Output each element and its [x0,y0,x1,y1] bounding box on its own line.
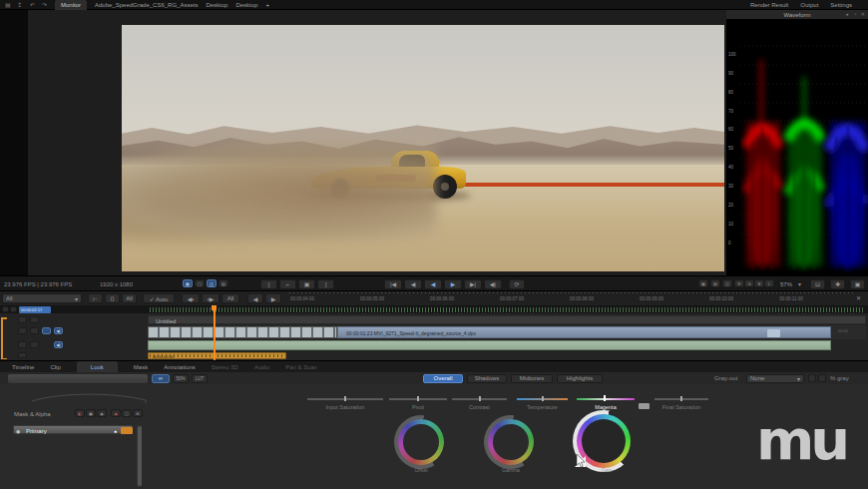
gamma-wheel[interactable] [484,415,538,469]
scope-dock-icon[interactable]: ▫ [854,12,856,17]
track4-icon[interactable] [18,352,27,358]
current-timecode-box[interactable]: 00:00:02:17 [19,306,51,313]
track3-visibility-icon[interactable] [18,341,27,348]
export-icon[interactable]: ↥ [17,2,22,8]
audio-mute-button[interactable]: ◀) [484,279,502,289]
range-tab-highlights[interactable]: Highlights [557,374,603,383]
track2-clock-icon[interactable] [42,327,51,334]
channel-r-button[interactable]: R [734,279,744,287]
step-back-button[interactable]: ◀ [404,279,422,289]
track2-folder-icon[interactable] [30,327,39,334]
tab-desktop-2[interactable]: Desktop [235,2,257,8]
grade-clip[interactable]: 00:00:00:00 [148,352,286,359]
fit-view-button[interactable]: ⊡ [810,279,825,289]
view-single-button[interactable]: ◯ [195,279,205,287]
ruler-close-icon[interactable]: ✕ [856,295,861,301]
fullscreen-button[interactable]: ▣ [850,279,865,289]
mark-frame-button[interactable]: ▣ [298,279,315,289]
layer-eye-icon[interactable]: ◉ [16,428,20,434]
mask-tool-3[interactable]: ◉ [97,409,107,417]
open-icon[interactable]: ▤ [5,2,11,8]
add-tab-button[interactable]: + [265,2,269,8]
track2-visibility-icon[interactable] [18,327,27,334]
layers-scrollbar-thumb[interactable] [138,426,142,486]
scope-mode-1[interactable]: ▦ [698,279,708,287]
prev-cut-button[interactable]: ◀• [182,293,200,303]
zoom-level[interactable]: 57% [780,281,792,287]
tab-mask[interactable]: Mask [134,364,148,370]
channel-l-button[interactable]: L [764,279,774,287]
scope-prev-icon[interactable]: ◂ [845,12,848,17]
scroll-right-button[interactable]: ▶ [265,293,281,303]
pan-view-button[interactable]: ✚ [830,279,845,289]
show-all-button[interactable]: All [221,293,239,303]
channel-b-button[interactable]: B [754,279,764,287]
primary-layer-row[interactable]: ◉ Primary ● Input [13,425,133,434]
mask-tool-1[interactable]: ◧ [75,409,85,417]
track3-audio-icon[interactable]: ◀) [54,341,63,348]
slider-pivot[interactable]: Pivot [389,398,447,412]
play-button[interactable]: ▶ [444,279,462,289]
view-grid-button[interactable]: ▦ [183,279,193,287]
goto-start-button[interactable]: |◀ [384,279,402,289]
zoom-caret-icon[interactable]: ▾ [798,281,801,287]
look-half-button[interactable]: 50% [173,374,189,383]
scope-mode-3[interactable]: ◫ [722,279,732,287]
mask-tool-6[interactable]: ⊞ [133,409,143,417]
strip-icon-1[interactable] [2,306,9,312]
track3-folder-icon[interactable] [30,341,39,348]
slider-contrast[interactable]: Contrast [452,398,507,412]
strip-icon-2[interactable] [10,306,17,312]
grayout-edit-icon[interactable] [818,374,826,382]
layers-header[interactable]: Layers [8,374,148,383]
nav-range-button[interactable]: () [105,293,120,303]
tab-monitor[interactable]: Monitor [55,0,87,10]
slider-temperature[interactable]: Temperature [517,398,568,412]
next-cut-button[interactable]: •▶ [202,293,219,303]
mask-tool-5[interactable]: ▢ [122,409,132,417]
nav-in-button[interactable]: ⊢ [88,293,103,303]
play-reverse-button[interactable]: ◀ [424,279,442,289]
undo-icon[interactable]: ↶ [30,2,35,8]
scope-close-icon[interactable]: ✕ [861,12,865,17]
scope-mode-2[interactable]: ▤ [710,279,720,287]
auto-toggle[interactable]: ✓ Auto [143,293,175,303]
nav-all-button[interactable]: All [122,293,137,303]
grayout-opt-icon[interactable] [808,374,816,382]
scope-header[interactable]: Waveform ◂ ▫ ✕ [726,10,868,20]
tab-render-result[interactable]: Render Result [750,2,788,8]
audio-overview[interactable] [150,307,864,312]
track2-audio-icon[interactable]: ◀) [54,327,63,334]
range-tab-midtones[interactable]: Midtones [511,374,553,383]
range-tab-shadows[interactable]: Shadows [467,374,507,383]
view-image-button[interactable]: ▨ [218,279,228,287]
goto-in-button[interactable]: ⌐ [279,279,296,289]
mark-out-button[interactable]: ] [317,279,334,289]
slider-input-saturation[interactable]: Input Saturation [307,398,383,412]
channel-g-button[interactable]: G [744,279,754,287]
clip-filter-dropdown[interactable]: All ▾ [2,293,82,303]
tab-settings[interactable]: Settings [830,2,852,8]
goto-end-button[interactable]: ▶| [464,279,482,289]
mask-tool-2[interactable]: ▣ [86,409,96,417]
clip-thumbnails[interactable] [148,326,337,338]
audio-track-row[interactable] [148,340,831,350]
mark-in-button[interactable]: [ [260,279,277,289]
ruler-tickline[interactable] [289,292,854,293]
track-name-row[interactable]: Untitled [148,315,866,324]
scroll-left-button[interactable]: ◀ [247,293,263,303]
view-split-button[interactable]: ◫ [207,279,217,287]
tab-clip[interactable]: Clip [50,364,60,370]
tab-assets[interactable]: Adobe_SpeedGrade_CS6_RG_Assets [95,2,198,8]
mask-tool-4[interactable]: ◆ [111,409,121,417]
layer-solo-dot[interactable]: ● [114,428,117,434]
tab-timeline[interactable]: Timeline [12,364,34,370]
loop-button[interactable]: ⟳ [509,279,525,289]
track1-folder-icon[interactable] [30,316,39,323]
look-preview-button[interactable]: ∞ [152,374,170,383]
layers-scrollbar[interactable] [137,425,142,487]
tab-desktop-1[interactable]: Desktop [206,2,227,8]
offset-wheel[interactable] [394,415,448,469]
grayout-dropdown[interactable]: None ▾ [746,374,804,383]
video-clip[interactable]: 00:00:01:23 MVI_9271_Speed-It_degrained_… [337,326,831,338]
